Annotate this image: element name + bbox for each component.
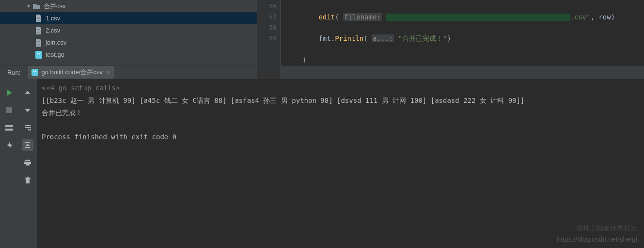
svg-rect-12 xyxy=(25,178,31,179)
down-button[interactable] xyxy=(22,104,33,116)
run-button[interactable] xyxy=(3,87,15,99)
svg-rect-3 xyxy=(31,69,38,76)
svg-point-2 xyxy=(39,53,41,54)
pin-button[interactable] xyxy=(3,139,15,151)
code-token: fmt xyxy=(318,34,330,42)
wrap-button[interactable] xyxy=(22,122,33,133)
up-button[interactable] xyxy=(22,87,33,99)
code-token: "合并已完成！" xyxy=(398,34,447,42)
watermark-text: @稀土掘金技术社区 xyxy=(576,224,637,232)
folder-icon xyxy=(33,2,41,10)
tree-file-item[interactable]: 1.csv xyxy=(0,12,257,24)
file-label: 1.csv xyxy=(46,15,60,22)
console-line: 合并已完成！ xyxy=(42,107,639,119)
redacted-string xyxy=(386,14,570,21)
svg-rect-13 xyxy=(26,179,30,183)
layout-button[interactable] xyxy=(3,122,15,133)
code-token: } xyxy=(302,56,306,64)
file-label: join.csv xyxy=(46,39,66,46)
code-token: filename: xyxy=(343,13,382,21)
scroll-to-end-button[interactable] xyxy=(22,139,33,151)
run-tab[interactable]: go build code/合并csv × xyxy=(28,66,114,79)
run-toolbar-primary xyxy=(0,79,18,248)
watermark-text: https://blog.csdn.net/sheigi xyxy=(557,235,637,243)
code-token: a...: xyxy=(372,34,394,42)
svg-rect-8 xyxy=(5,129,13,131)
run-tab-label: go build code/合并csv xyxy=(41,68,102,77)
file-icon xyxy=(35,39,43,47)
folder-label: 合并csv xyxy=(44,2,66,11)
svg-rect-7 xyxy=(5,125,13,127)
code-token: .csv" xyxy=(570,13,590,21)
file-label: test.go xyxy=(46,51,64,58)
print-button[interactable] xyxy=(22,157,33,168)
line-number: 57 xyxy=(261,12,277,22)
svg-point-5 xyxy=(35,71,36,72)
run-label: Run: xyxy=(0,69,28,76)
code-token: Println xyxy=(335,34,363,42)
code-token: row xyxy=(598,13,611,21)
tree-file-item[interactable]: join.csv xyxy=(0,36,257,49)
code-token: edit xyxy=(318,13,335,21)
tree-file-item[interactable]: 2.csv xyxy=(0,24,257,36)
console-line: [[b23c 赵一 男 计算机 99] [a45c 钱二 女 C语言 88] [… xyxy=(42,95,639,107)
tree-file-item[interactable]: test.go xyxy=(0,49,257,61)
go-icon xyxy=(31,69,38,76)
svg-rect-14 xyxy=(27,177,29,178)
trash-button[interactable] xyxy=(22,174,33,186)
go-icon xyxy=(35,51,43,59)
project-tree: ▼ 合并csv 1.csv 2.csv join.csv xyxy=(0,0,257,66)
svg-rect-6 xyxy=(6,107,12,113)
line-number: 58 xyxy=(261,22,277,33)
svg-point-1 xyxy=(37,53,39,54)
svg-point-4 xyxy=(33,71,34,72)
console-line: <4 go setup calls> xyxy=(47,84,120,92)
run-toolbar-secondary xyxy=(18,79,37,248)
file-icon xyxy=(35,15,43,22)
expand-icon[interactable]: ⊞ xyxy=(42,85,45,92)
file-icon xyxy=(35,27,43,34)
chevron-down-icon: ▼ xyxy=(26,3,31,9)
stop-button[interactable] xyxy=(3,104,15,116)
close-icon[interactable]: × xyxy=(107,69,110,76)
svg-rect-11 xyxy=(26,164,30,165)
console-output[interactable]: ⊞<4 go setup calls> [[b23c 赵一 男 计算机 99] … xyxy=(37,79,644,248)
svg-rect-0 xyxy=(35,51,42,59)
svg-rect-9 xyxy=(25,160,30,161)
console-line: Process finished with exit code 0 xyxy=(42,131,639,143)
code-editor[interactable]: 56 57 58 59 edit( filename: .csv", row) … xyxy=(257,0,644,66)
line-number: 59 xyxy=(261,33,277,44)
file-label: 2.csv xyxy=(46,27,60,34)
tree-folder[interactable]: ▼ 合并csv xyxy=(0,0,257,12)
line-number: 56 xyxy=(261,1,277,12)
